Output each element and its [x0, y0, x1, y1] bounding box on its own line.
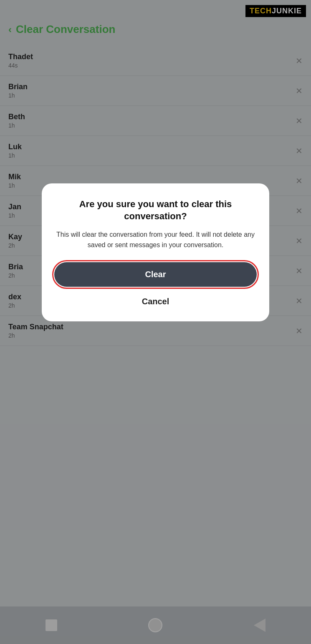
clear-button[interactable]: Clear	[54, 262, 257, 287]
modal-title: Are you sure you want to clear this conv…	[54, 198, 257, 222]
cancel-button[interactable]: Cancel	[142, 294, 169, 309]
modal-body: This will clear the conversation from yo…	[54, 230, 257, 251]
modal-overlay	[0, 0, 311, 644]
clear-conversation-modal: Are you sure you want to clear this conv…	[42, 183, 269, 321]
